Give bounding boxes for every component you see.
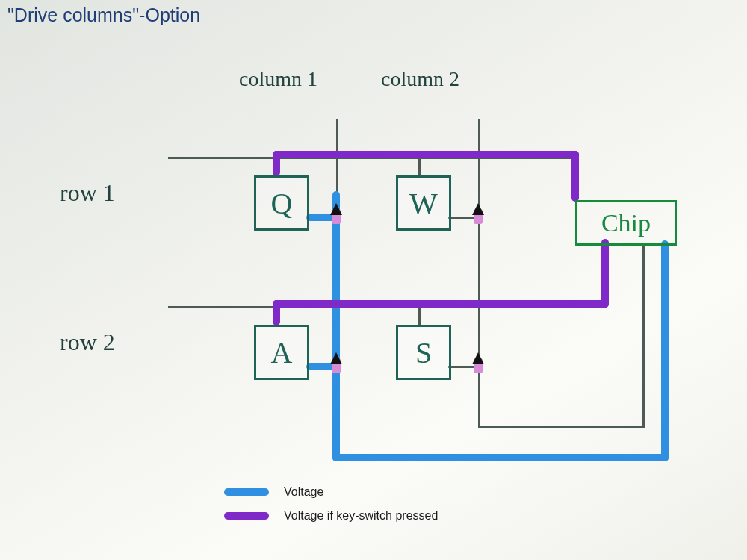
wire-drop-w <box>418 157 421 176</box>
voltage-chip-down <box>661 240 669 461</box>
key-w-label: W <box>409 186 438 221</box>
diode-w-arrow <box>472 203 484 215</box>
wire-drop-s <box>418 306 421 326</box>
sense-row1 <box>273 151 579 158</box>
voltage-bottom <box>332 454 669 461</box>
chip-label: Chip <box>601 209 651 237</box>
column-2-label: column 2 <box>381 67 459 91</box>
column-1-label: column 1 <box>239 67 317 91</box>
legend-label-voltage: Voltage <box>284 485 323 499</box>
legend-swatch-pressed <box>224 512 269 520</box>
diode-s-arrow <box>472 352 484 364</box>
sense-row2 <box>273 300 609 308</box>
legend-row-voltage: Voltage <box>224 485 438 499</box>
legend-row-pressed: Voltage if key-switch pressed <box>224 509 438 523</box>
sense-row2-to-chip <box>601 239 609 308</box>
key-s: S <box>396 325 451 380</box>
chip: Chip <box>575 200 677 246</box>
key-a-label: A <box>271 335 293 370</box>
key-q-label: Q <box>271 186 293 221</box>
row-2-label: row 2 <box>60 329 115 356</box>
key-s-label: S <box>415 335 432 370</box>
diagram-title: "Drive columns"-Option <box>7 4 200 26</box>
voltage-col1-up <box>332 191 340 461</box>
wire-col2 <box>478 119 480 426</box>
diode-q-arrow <box>330 203 342 215</box>
legend: Voltage Voltage if key-switch pressed <box>224 485 438 523</box>
diode-a-arrow <box>330 352 342 364</box>
key-w: W <box>396 175 451 231</box>
wire-chip-col2-h <box>478 426 645 428</box>
legend-swatch-voltage <box>224 488 269 496</box>
key-q: Q <box>254 175 309 231</box>
key-a: A <box>254 325 309 380</box>
diagram-stage: { "title": "\"Drive columns\"-Option", "… <box>0 0 747 560</box>
wire-chip-col2-v <box>642 243 645 427</box>
sense-row1-to-chip <box>571 151 579 202</box>
legend-label-pressed: Voltage if key-switch pressed <box>284 509 438 523</box>
row-1-label: row 1 <box>60 179 115 207</box>
